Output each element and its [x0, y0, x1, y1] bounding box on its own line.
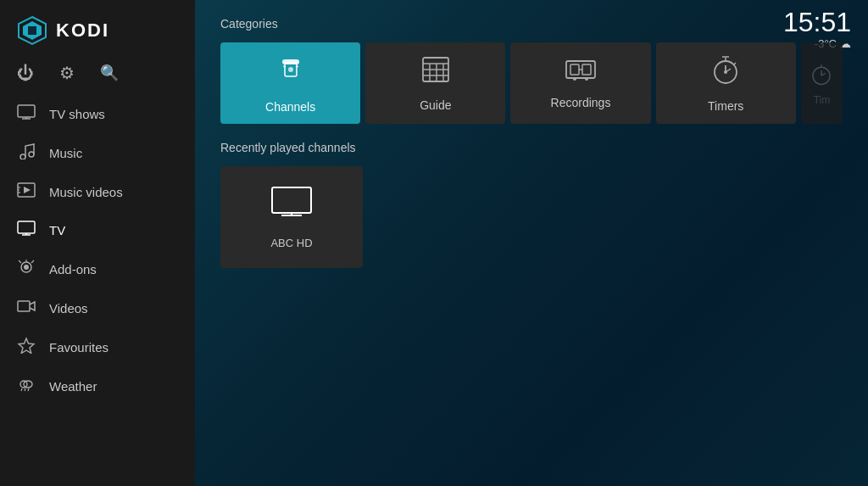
svg-rect-21	[18, 301, 30, 311]
favourites-label: Favourites	[49, 340, 108, 355]
sidebar-item-tv[interactable]: TV	[0, 211, 195, 249]
recently-played-row: ABC HD	[220, 166, 843, 268]
timers-icon	[710, 53, 741, 92]
svg-line-18	[19, 260, 21, 263]
music-icon	[17, 142, 36, 164]
tv-label: TV	[49, 223, 65, 237]
sidebar-item-videos[interactable]: Videos	[0, 289, 195, 327]
kodi-title: KODI	[56, 20, 109, 42]
svg-line-26	[25, 388, 25, 391]
channel-name: ABC HD	[270, 237, 312, 249]
category-tile-partial[interactable]: Tim	[801, 42, 843, 124]
categories-title: Categories	[220, 17, 843, 31]
categories-row: Channels Guide	[220, 42, 843, 124]
videos-label: Videos	[49, 301, 88, 316]
category-tile-timers[interactable]: Timers	[656, 42, 796, 124]
svg-point-17	[24, 265, 29, 270]
main-content: 15:51 -3°C ☁ Categories	[195, 0, 868, 486]
svg-point-46	[585, 77, 588, 81]
tv-shows-label: TV shows	[49, 107, 105, 121]
sidebar-item-music[interactable]: Music	[0, 133, 195, 173]
category-tile-recordings[interactable]: Recordings	[510, 42, 650, 124]
category-tile-guide[interactable]: Guide	[365, 42, 505, 124]
svg-rect-43	[582, 64, 591, 75]
svg-marker-22	[19, 338, 34, 354]
partial-tile-label: Tim	[814, 94, 831, 106]
svg-line-25	[21, 388, 22, 391]
channel-tv-icon	[270, 185, 314, 226]
channel-tile-abc-hd[interactable]: ABC HD	[220, 166, 363, 268]
svg-point-30	[288, 67, 293, 72]
sidebar-item-add-ons[interactable]: Add-ons	[0, 249, 195, 289]
channels-icon	[274, 53, 308, 93]
settings-button[interactable]: ⚙	[59, 63, 75, 83]
kodi-logo-icon	[17, 15, 47, 46]
logo-area: KODI	[0, 0, 195, 54]
recently-section: Recently played channels ABC HD	[195, 124, 868, 268]
sidebar-item-weather[interactable]: Weather	[0, 367, 195, 405]
videos-icon	[17, 299, 36, 318]
svg-marker-9	[24, 187, 31, 193]
svg-line-53	[734, 63, 736, 64]
power-button[interactable]: ⏻	[17, 64, 34, 83]
add-ons-label: Add-ons	[49, 262, 97, 277]
svg-rect-58	[272, 187, 311, 213]
svg-line-19	[31, 260, 34, 263]
svg-point-24	[24, 381, 32, 388]
sidebar-item-favourites[interactable]: Favourites	[0, 327, 195, 367]
favourites-icon	[17, 337, 36, 358]
categories-section: Categories Channels	[195, 0, 868, 124]
clock-time: 15:51	[783, 8, 851, 36]
recordings-icon	[564, 57, 598, 89]
tv-icon	[17, 221, 36, 240]
guide-icon	[419, 54, 453, 92]
tv-shows-icon	[17, 104, 36, 124]
music-videos-label: Music videos	[49, 185, 123, 199]
category-tile-channels[interactable]: Channels	[220, 42, 360, 124]
sidebar-item-tv-shows[interactable]: TV shows	[0, 95, 195, 133]
weather-label: Weather	[49, 379, 97, 394]
svg-rect-13	[18, 221, 35, 233]
svg-point-45	[573, 77, 576, 81]
weather-icon	[17, 377, 36, 396]
recordings-label: Recordings	[551, 96, 611, 109]
recently-played-title: Recently played channels	[220, 141, 843, 154]
sidebar-nav: TV shows Music M	[0, 95, 195, 486]
svg-point-52	[724, 70, 727, 74]
timers-label: Timers	[708, 99, 743, 113]
sidebar-item-music-videos[interactable]: Music videos	[0, 173, 195, 211]
music-label: Music	[49, 146, 82, 160]
sidebar: KODI ⏻ ⚙ 🔍 TV shows	[0, 0, 195, 486]
svg-line-57	[821, 73, 826, 75]
music-videos-icon	[17, 182, 36, 202]
svg-line-27	[28, 388, 29, 391]
sidebar-actions: ⏻ ⚙ 🔍	[0, 54, 195, 95]
channels-label: Channels	[265, 100, 315, 114]
svg-marker-2	[28, 26, 36, 35]
svg-point-7	[29, 152, 34, 157]
search-button[interactable]: 🔍	[100, 64, 119, 82]
svg-rect-3	[18, 105, 35, 117]
svg-point-6	[20, 154, 25, 159]
svg-rect-42	[570, 64, 579, 75]
guide-label: Guide	[420, 98, 451, 112]
add-ons-icon	[17, 259, 36, 280]
